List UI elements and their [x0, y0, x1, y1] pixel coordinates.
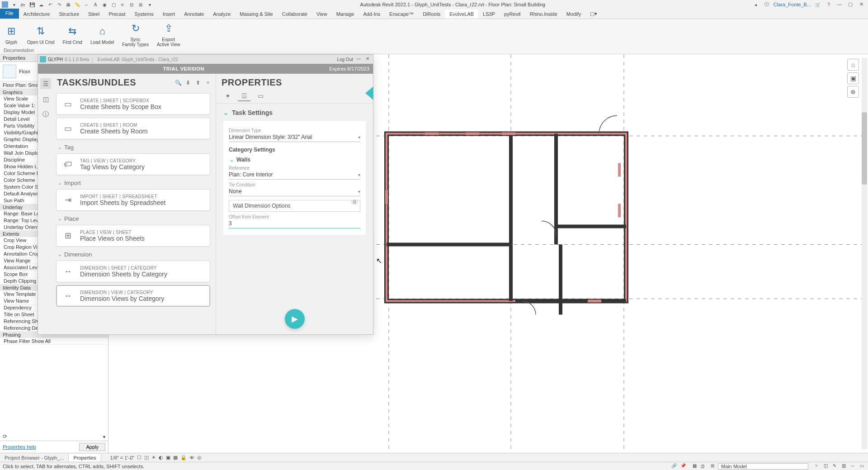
- shadows-icon[interactable]: ◐: [159, 455, 163, 461]
- tasks-add-icon[interactable]: ＋: [204, 79, 212, 87]
- sun-path-icon[interactable]: ☀: [151, 455, 156, 461]
- dim-type-select[interactable]: Linear Dimension Style: 3/32" Arial ▾: [229, 133, 360, 142]
- cart-icon[interactable]: 🛒: [814, 1, 822, 8]
- signed-in-user[interactable]: Clara_Fonte_B...: [774, 2, 811, 7]
- tab-steel[interactable]: Steel: [84, 9, 104, 19]
- props-tab-magic-icon[interactable]: ✦: [222, 91, 234, 101]
- qat-text-icon[interactable]: A: [91, 1, 99, 8]
- main-model-label[interactable]: Main Model: [718, 463, 808, 470]
- crop-visible-icon[interactable]: ▦: [173, 455, 178, 461]
- ribbon-options-icon[interactable]: ▢▾: [585, 9, 602, 19]
- select-elements-icon[interactable]: ▭: [858, 463, 865, 470]
- task-group-import[interactable]: ⌄Import: [58, 180, 211, 186]
- task-card[interactable]: ▭CREATE | SHEET | SCOPEBOXCreate Sheets …: [56, 93, 210, 115]
- editable-only-icon[interactable]: ✎: [831, 463, 838, 470]
- detail-level-icon[interactable]: ☐: [137, 455, 142, 461]
- qat-switch-icon[interactable]: ⊞: [137, 1, 145, 8]
- qat-undo-icon[interactable]: ↶: [46, 1, 54, 8]
- ribbon-load-model[interactable]: ⌂Load Model: [90, 21, 114, 47]
- run-button[interactable]: ▶: [285, 309, 305, 329]
- qat-thin-icon[interactable]: ≡: [118, 1, 127, 8]
- select-pinned-icon[interactable]: 📌: [679, 463, 687, 470]
- nav-steering-icon[interactable]: ⊕: [847, 86, 859, 98]
- task-card[interactable]: 🏷TAG | VIEW | CATEGORYTag Views by Categ…: [56, 153, 210, 175]
- tab-architecture[interactable]: Architecture: [19, 9, 55, 19]
- tab-evolvelab[interactable]: EvolveLAB: [445, 9, 478, 19]
- tab-structure[interactable]: Structure: [54, 9, 84, 19]
- reference-select[interactable]: Plan: Core Interior ▾: [229, 171, 360, 180]
- tab-precast[interactable]: Precast: [104, 9, 130, 19]
- temp-hide-icon[interactable]: 👁: [189, 455, 194, 461]
- crop-icon[interactable]: ▣: [166, 455, 170, 461]
- lock-icon[interactable]: 🔒: [180, 455, 187, 461]
- visual-style-icon[interactable]: ◫: [144, 455, 149, 461]
- select-links-icon[interactable]: 🔗: [670, 463, 678, 470]
- qat-save-icon[interactable]: 💾: [28, 1, 36, 8]
- walls-accordion-header[interactable]: ⌄ Walls: [230, 157, 360, 163]
- ribbon-first-cmd[interactable]: ⇆First Cmd: [63, 21, 82, 47]
- restore-button[interactable]: ▢: [846, 1, 854, 8]
- nav-home-icon[interactable]: ⌂: [847, 59, 859, 71]
- selection-count-icon[interactable]: ▦: [691, 463, 698, 470]
- qat-sync-icon[interactable]: ☁: [37, 1, 45, 8]
- ribbon-sync[interactable]: ↻SyncFamily Types: [122, 21, 149, 47]
- drag-icon[interactable]: ↔: [849, 463, 856, 470]
- ribbon-export[interactable]: ⇪ExportActive View: [157, 21, 180, 47]
- tab-ls3p[interactable]: LS3P: [478, 9, 500, 19]
- qat-dim-icon[interactable]: ↔: [82, 1, 90, 8]
- tab-modify[interactable]: Modify: [562, 9, 585, 19]
- glyph-tasks-icon[interactable]: ☰: [40, 78, 51, 89]
- ribbon-open-ui-cmd[interactable]: ⇅Open Ui Cmd: [27, 21, 55, 47]
- qat-open-file-icon[interactable]: 🗁: [19, 1, 27, 8]
- info-center-icon[interactable]: ⓘ: [763, 1, 771, 8]
- design-options-icon[interactable]: ◫: [822, 463, 829, 470]
- file-tab[interactable]: File: [0, 9, 19, 19]
- props-tab-card-icon[interactable]: ▭: [254, 91, 267, 101]
- tab-rhino-inside[interactable]: Rhino.Inside: [525, 9, 562, 19]
- tab-annotate[interactable]: Annotate: [179, 9, 208, 19]
- glyph-info-icon[interactable]: ⓘ: [40, 109, 51, 120]
- properties-help-link[interactable]: Properties help: [3, 444, 36, 450]
- nav-cube-icon[interactable]: ▣: [847, 72, 859, 84]
- task-card[interactable]: ⇥IMPORT | SHEET | SPREADSHEETImport Shee…: [56, 189, 210, 211]
- task-group-dimension[interactable]: ⌄Dimension: [58, 251, 211, 258]
- tie-condition-select[interactable]: None ▾: [229, 187, 360, 196]
- task-group-place[interactable]: ⌄Place: [58, 215, 211, 222]
- qat-back-icon[interactable]: ◂: [752, 1, 760, 8]
- tasks-download-icon[interactable]: ⬇: [184, 79, 192, 87]
- vertical-scrollbar[interactable]: [862, 58, 867, 449]
- glyph-close-icon[interactable]: ✕: [364, 56, 371, 62]
- tab-add-ins[interactable]: Add-Ins: [359, 9, 385, 19]
- props-tab-sliders-icon[interactable]: ☲: [238, 91, 250, 101]
- select-by-face-icon[interactable]: ▥: [840, 463, 847, 470]
- expand-props-icon[interactable]: ▾: [103, 434, 105, 439]
- tasks-upload-icon[interactable]: ⬆: [194, 79, 202, 87]
- task-settings-header[interactable]: ⌄ Task Settings: [223, 107, 366, 118]
- refresh-icon[interactable]: ⟳: [3, 433, 7, 440]
- qat-print-icon[interactable]: 🖶: [64, 1, 72, 8]
- help-icon[interactable]: ?: [825, 1, 833, 8]
- offset-input[interactable]: 3: [229, 219, 360, 228]
- minimize-button[interactable]: —: [835, 1, 844, 8]
- prop-row[interactable]: Phase Filter Show All: [0, 338, 108, 345]
- view-scale[interactable]: 1/8" = 1'-0": [110, 455, 135, 461]
- task-card[interactable]: ⊞PLACE | VIEW | SHEETPlace Views on Shee…: [56, 225, 210, 247]
- tab-analyze[interactable]: Analyze: [208, 9, 235, 19]
- tab-diroots[interactable]: DiRoots: [418, 9, 445, 19]
- qat-open-icon[interactable]: ▾: [10, 1, 18, 8]
- tasks-search-icon[interactable]: 🔍: [174, 79, 182, 87]
- worksets-icon[interactable]: ⊞: [709, 463, 716, 470]
- qat-redo-icon[interactable]: ↷: [55, 1, 63, 8]
- qat-measure-icon[interactable]: 📏: [73, 1, 81, 8]
- task-card[interactable]: ↔DIMENSION | SHEET | CATEGORYDimension S…: [56, 261, 210, 282]
- task-group-tag[interactable]: ⌄Tag: [58, 144, 211, 151]
- task-card[interactable]: ↔DIMENSION | VIEW | CATEGORYDimension Vi…: [56, 285, 210, 307]
- apply-button[interactable]: Apply: [79, 443, 105, 451]
- glyph-minimize-icon[interactable]: —: [355, 56, 362, 62]
- tab-insert[interactable]: Insert: [158, 9, 180, 19]
- reveal-icon[interactable]: ◎: [197, 455, 202, 461]
- qat-more-icon[interactable]: ▾: [146, 1, 154, 8]
- tab-manage[interactable]: Manage: [332, 9, 359, 19]
- filter-icon[interactable]: ⑂: [813, 463, 820, 470]
- qat-close-hidden-icon[interactable]: ⊟: [127, 1, 136, 8]
